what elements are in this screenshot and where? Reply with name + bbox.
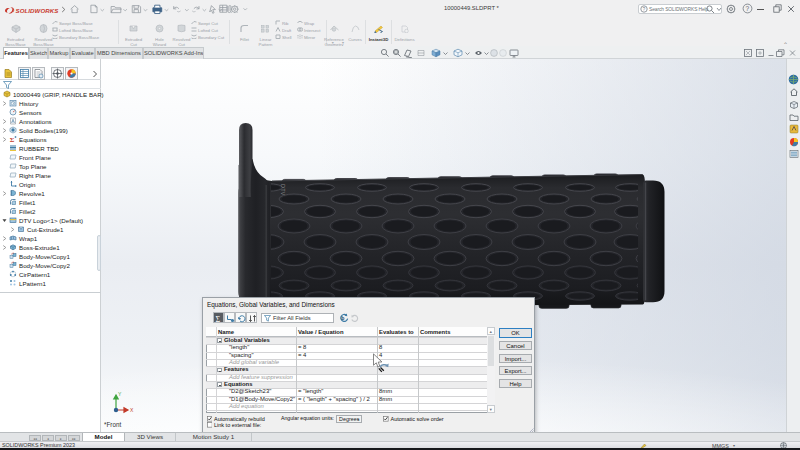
svg-text:Y: Y: [118, 391, 122, 397]
svg-text:?: ?: [745, 5, 749, 12]
svg-text:Σ: Σ: [10, 136, 15, 143]
svg-text:SOLIDWORKS: SOLIDWORKS: [16, 7, 59, 14]
svg-text:*Front: *Front: [104, 421, 121, 428]
svg-text:DTV: DTV: [280, 184, 286, 196]
svg-text:Σ: Σ: [215, 314, 220, 323]
svg-text:b: b: [341, 314, 344, 320]
svg-text:?: ?: [643, 6, 646, 12]
svg-text:X: X: [130, 407, 134, 413]
